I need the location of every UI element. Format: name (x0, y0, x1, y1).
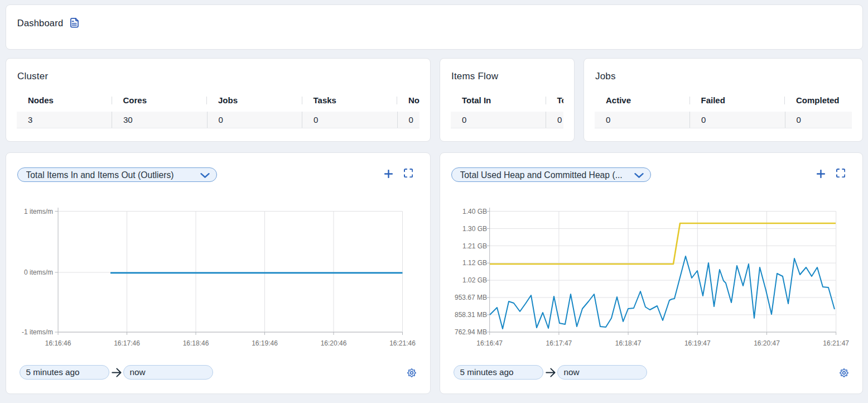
svg-text:16:17:47: 16:17:47 (546, 339, 572, 347)
svg-text:1.12 GB: 1.12 GB (462, 259, 487, 267)
svg-text:16:19:46: 16:19:46 (252, 339, 278, 347)
svg-text:1.21 GB: 1.21 GB (462, 242, 487, 250)
svg-text:858.31 MB: 858.31 MB (455, 311, 487, 319)
svg-text:16:20:46: 16:20:46 (321, 339, 347, 347)
svg-text:16:21:46: 16:21:46 (389, 339, 416, 347)
svg-text:16:16:47: 16:16:47 (476, 339, 503, 347)
svg-text:16:17:46: 16:17:46 (114, 339, 140, 347)
svg-text:16:21:47: 16:21:47 (823, 339, 849, 347)
svg-text:0 items/m: 0 items/m (24, 268, 53, 276)
svg-text:1.40 GB: 1.40 GB (462, 208, 487, 215)
svg-text:16:20:47: 16:20:47 (754, 339, 780, 347)
svg-text:1.02 GB: 1.02 GB (462, 276, 487, 284)
svg-text:16:19:47: 16:19:47 (684, 339, 711, 347)
svg-text:1.30 GB: 1.30 GB (462, 225, 487, 233)
svg-text:1 items/m: 1 items/m (24, 208, 53, 215)
svg-text:953.67 MB: 953.67 MB (455, 294, 487, 301)
svg-text:16:18:46: 16:18:46 (183, 339, 209, 347)
svg-text:16:16:46: 16:16:46 (45, 339, 71, 347)
svg-text:762.94 MB: 762.94 MB (455, 328, 487, 336)
svg-text:-1 items/m: -1 items/m (22, 328, 53, 336)
svg-text:16:18:47: 16:18:47 (615, 339, 642, 347)
